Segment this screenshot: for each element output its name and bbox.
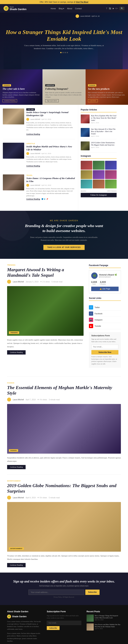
social-link-facebook[interactable]: f Facebook xyxy=(89,310,121,317)
big-article-3-views: 👁 8 k views xyxy=(37,497,47,499)
footer-subscription-button[interactable]: Subscribe xyxy=(47,626,60,630)
insta-cell-8[interactable] xyxy=(93,180,104,188)
insta-cell-7[interactable] xyxy=(81,180,92,188)
social-link-instagram[interactable]: 📷 Instagram xyxy=(89,317,121,323)
popular-thumb-1 xyxy=(81,114,90,124)
fb-like-button[interactable]: 👍 Like Page xyxy=(91,287,118,291)
category-label-2: LIFESTYLE xyxy=(26,143,35,144)
popular-title-2[interactable]: Star Wars Episode IX is Titled The Rise … xyxy=(91,128,117,135)
nav-item-blog[interactable]: Blog ▾ xyxy=(59,7,64,10)
email-banner-input[interactable] xyxy=(29,590,84,595)
hero-dot-3[interactable] xyxy=(65,52,66,53)
article-avatar-1 xyxy=(26,118,29,121)
social-link-twitter[interactable]: 𝕋 Twitter xyxy=(89,304,121,310)
featured-card-2-btn[interactable]: Sign Up & Get it xyxy=(45,99,58,102)
popular-title-1[interactable]: Katy Perry Explains Why She Used to 'Shy… xyxy=(91,114,117,122)
social-twitter-icon[interactable]: 𝕋 xyxy=(106,7,107,10)
nav-item-home[interactable]: Home xyxy=(51,7,56,10)
big-article-2-minread: 3 minute read xyxy=(49,399,60,400)
instagram-handle: @author xyxy=(81,190,86,192)
insta-cell-5[interactable] xyxy=(93,170,104,179)
article-actions-3: Continue Reading 📘 🐦 📌 xyxy=(26,198,75,200)
big-article-1-date: January 5, 2019 xyxy=(26,281,38,283)
featured-card-3-btn[interactable]: Look Here xyxy=(88,99,98,102)
social-links-list: 𝕋 Twitter f Facebook 📷 Instagram ▶ Youtu… xyxy=(89,304,121,329)
footer-post-date-1: April 10, 2019 xyxy=(95,619,121,620)
main-container: YOU ARE Inside Prince George's Surprisin… xyxy=(0,105,128,211)
insta-cell-9[interactable] xyxy=(105,180,117,188)
nav-link-home[interactable]: Home xyxy=(51,8,56,10)
article-body-1: YOU ARE Inside Prince George's Surprisin… xyxy=(26,108,75,136)
navbar-social: 𝕋 📷 ▶ G+ 🔍 xyxy=(106,7,124,10)
article-excerpt-1: Proin mollis, orci id faucibus facilisis… xyxy=(26,122,75,131)
nav-link-contact[interactable]: Contact xyxy=(75,8,82,10)
article-thumb-2 xyxy=(3,143,24,159)
social-youtube-icon[interactable]: ▶ xyxy=(113,7,114,10)
big-article-1-readmore[interactable]: Continue Reading xyxy=(7,350,26,354)
email-submit-button[interactable]: Subscribe xyxy=(85,590,99,595)
popular-title-3[interactable]: 2019 Golden Globe Nominations: The Bigge… xyxy=(91,142,117,146)
social-instagram-icon[interactable]: 📷 xyxy=(109,7,111,10)
footer-post-thumb-1 xyxy=(87,614,94,622)
featured-card-3-desc: Mus venenatis feermum eu ad salicitudin,… xyxy=(88,92,125,98)
fb-name: Victoria's Board 🌿 xyxy=(99,274,117,276)
hero-dot-1[interactable] xyxy=(60,52,62,53)
insta-cell-1[interactable] xyxy=(81,161,92,170)
hero-avatar xyxy=(76,14,79,18)
insta-cell-2[interactable] xyxy=(93,161,104,170)
facebook-icon: f xyxy=(89,312,93,316)
article-excerpt-3: Proin mollis, orci id faucibus facilisis… xyxy=(26,188,75,197)
navbar: 🌿 Shade Shade Garden Home Blog ▾ About C… xyxy=(0,4,128,12)
big-article-1-badge: Trending xyxy=(9,331,19,334)
footer-recent-posts-col: Recent Posts How a Stranger Things Kid I… xyxy=(87,610,121,644)
article-date-1: April 10, 2019 xyxy=(41,118,51,120)
footer-subscription-title: Subscription Form xyxy=(47,610,81,613)
footer-post-2[interactable]: Katy Practer and Marc Rabbbit She Has Ne… xyxy=(87,624,121,630)
article-body-3: TRAVEL Notre-Dame: 12 Gorgeous Photos of… xyxy=(26,174,75,200)
search-button[interactable]: 🔍 xyxy=(119,7,124,10)
nav-link-about[interactable]: About xyxy=(67,8,72,10)
nav-item-contact[interactable]: Contact xyxy=(75,7,82,10)
hero-dot-2[interactable] xyxy=(62,52,64,53)
big-article-2-readmore[interactable]: Continue Reading xyxy=(7,465,26,469)
subscription-submit-button[interactable]: Subscribe Now xyxy=(91,350,118,354)
featured-card-2: Lifestyle Following Instagram? Nunc diam… xyxy=(43,69,85,105)
popular-item-2: Star Wars Episode IX is Titled The Rise … xyxy=(81,128,117,139)
social-gplus-icon[interactable]: G+ xyxy=(115,7,118,10)
nav-item-about[interactable]: About xyxy=(67,7,72,10)
big-article-3-title: 2019 Golden Globe Nominations: The Bigge… xyxy=(7,483,121,494)
article-avatar-3 xyxy=(26,184,29,187)
facebook-fanpage: 🌿 Victoria's Board 🌿 @victoriasboard 2,4… xyxy=(89,270,121,293)
read-more-1[interactable]: Continue Reading xyxy=(26,133,40,135)
featured-card-2-tag: Lifestyle xyxy=(45,84,55,86)
featured-card-2-overlay: Lifestyle Following Instagram? Nunc diam… xyxy=(43,69,85,105)
hero-title: How a Stranger Things Kid Inspired Littl… xyxy=(4,29,124,42)
featured-card-1: Fashion The cyber sale is here Aliquam a… xyxy=(0,69,43,105)
follow-instagram-button[interactable]: Follow On Instagram xyxy=(81,193,117,197)
footer-post-1[interactable]: How a Stranger Things Kid Inspired Littl… xyxy=(87,614,121,622)
logo[interactable]: 🌿 Shade Shade Garden xyxy=(4,6,27,11)
read-more-2[interactable]: Continue Reading xyxy=(26,165,40,167)
featured-card-1-btn[interactable]: Continue Reading xyxy=(3,99,17,102)
read-more-3[interactable]: Continue Reading xyxy=(26,198,40,200)
nav-link-blog[interactable]: Blog ▾ xyxy=(59,8,64,10)
promo-banner: We Are Shade Garden Branding & design fo… xyxy=(0,211,128,259)
insta-cell-6[interactable] xyxy=(105,170,117,179)
social-link-youtube[interactable]: ▶ Youtube xyxy=(89,323,121,329)
big-article-3-readmore[interactable]: Continue Reading xyxy=(7,563,26,567)
article-avatar-2 xyxy=(26,152,29,155)
announcement-link[interactable]: Visit The Blog! xyxy=(76,1,88,3)
footer-post-body-1: How a Stranger Things Kid Inspired Littl… xyxy=(95,614,121,622)
footer-post-body-2: Katy Practer and Marc Rabbbit She Has Ne… xyxy=(95,624,121,630)
article-date-2: April 10, 2019 xyxy=(41,152,51,154)
footer-subscription-col: Subscription Form Sign up and receive in… xyxy=(47,610,81,644)
insta-cell-3[interactable] xyxy=(105,161,117,170)
insta-cell-4[interactable] xyxy=(81,170,92,179)
hero-dot-4[interactable] xyxy=(67,52,68,53)
promo-title: Branding & design for creative people wh… xyxy=(24,223,104,234)
subscription-email-input[interactable] xyxy=(91,344,118,349)
article-image-1 xyxy=(3,108,24,124)
footer-subscription-input[interactable] xyxy=(47,621,81,625)
big-article-1-image: Trending xyxy=(7,286,84,336)
promo-cta-button[interactable]: Take a look at our services xyxy=(43,245,85,250)
